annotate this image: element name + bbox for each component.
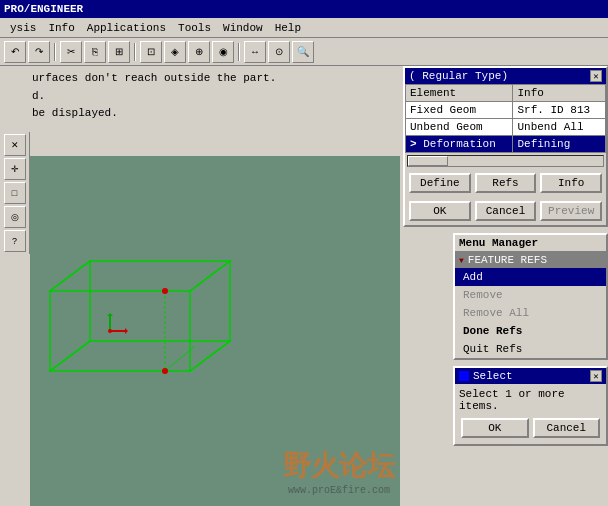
svg-marker-0 <box>50 341 230 371</box>
fixed-geom-info: Srf. ID 813 <box>513 102 606 119</box>
svg-point-6 <box>162 288 168 294</box>
preview-button[interactable]: Preview <box>540 201 602 221</box>
model-svg <box>30 231 290 431</box>
feature-refs-label: FEATURE REFS <box>468 254 547 266</box>
message-2: d. <box>32 88 392 106</box>
title-text: PRO/ENGINEER <box>4 3 83 15</box>
col-info: Info <box>513 85 606 102</box>
mm-done-refs-item[interactable]: Done Refs <box>455 322 606 340</box>
row-indicator: > <box>410 138 423 150</box>
mm-remove-all-item[interactable]: Remove All <box>455 304 606 322</box>
refs-button[interactable]: Refs <box>475 173 537 193</box>
message-area: urfaces don't reach outside the part. d.… <box>0 66 400 156</box>
left-panel: urfaces don't reach outside the part. d.… <box>0 66 400 506</box>
menu-bar: ysis Info Applications Tools Window Help <box>0 18 608 38</box>
col-element: Element <box>406 85 513 102</box>
paste-button[interactable]: ⊞ <box>108 41 130 63</box>
view-button-1[interactable]: ⊡ <box>140 41 162 63</box>
separator-1 <box>54 43 56 61</box>
svg-point-7 <box>162 368 168 374</box>
regular-type-close-button[interactable]: ✕ <box>590 70 602 82</box>
menu-ysis[interactable]: ysis <box>4 20 42 36</box>
deformation-label: > Deformation <box>406 136 513 153</box>
viewport[interactable]: 野火论坛 www.proE&fire.com <box>30 156 400 506</box>
select-buttons: OK Cancel <box>459 416 602 440</box>
view-tool-button[interactable]: □ <box>4 182 26 204</box>
select-tool-button[interactable]: ✕ <box>4 134 26 156</box>
svg-marker-11 <box>107 313 113 316</box>
view-button-2[interactable]: ◈ <box>164 41 186 63</box>
message-1: urfaces don't reach outside the part. <box>32 70 392 88</box>
orient-button[interactable]: ↔ <box>244 41 266 63</box>
mm-remove-item[interactable]: Remove <box>455 286 606 304</box>
table-row-deformation[interactable]: > Deformation Defining <box>406 136 606 153</box>
side-toolbar: ✕ ✛ □ ◎ ? <box>0 132 30 254</box>
unbend-geom-info: Unbend All <box>513 119 606 136</box>
feature-refs-header: ▼ FEATURE REFS <box>455 252 606 268</box>
select-dialog-title: Select <box>473 370 513 382</box>
table-row-unbend[interactable]: Unbend Geom Unbend All <box>406 119 606 136</box>
deformation-info: Defining <box>513 136 606 153</box>
menu-manager-panel: Menu Manager ▼ FEATURE REFS Add Remove R… <box>453 233 608 360</box>
watermark-url: www.proE&fire.com <box>283 485 395 496</box>
sketch-tool-button[interactable]: ✛ <box>4 158 26 180</box>
dialog-buttons-row2: OK Cancel Preview <box>405 197 606 225</box>
copy-button[interactable]: ⎘ <box>84 41 106 63</box>
search-button[interactable]: 🔍 <box>292 41 314 63</box>
cancel-button[interactable]: Cancel <box>475 201 537 221</box>
menu-tools[interactable]: Tools <box>172 20 217 36</box>
select-content: Select 1 or more items. OK Cancel <box>455 384 606 444</box>
menu-info[interactable]: Info <box>42 20 80 36</box>
triangle-icon: ▼ <box>459 256 464 265</box>
regular-type-title: ( Regular Type) <box>409 70 508 82</box>
zoom-button[interactable]: ⊙ <box>268 41 290 63</box>
right-panels: ( Regular Type) ✕ Element Info Fixed Geo… <box>403 66 608 446</box>
watermark: 野火论坛 www.proE&fire.com <box>283 447 395 496</box>
select-dialog: Select ✕ Select 1 or more items. OK Canc… <box>453 366 608 446</box>
svg-marker-1 <box>50 261 230 291</box>
separator-3 <box>238 43 240 61</box>
svg-point-12 <box>108 329 112 333</box>
svg-marker-9 <box>125 328 128 334</box>
message-3: be displayed. <box>32 105 392 123</box>
main-area: ✕ ✛ □ ◎ ? urfaces don't reach outside th… <box>0 66 608 506</box>
scrollbar-thumb[interactable] <box>408 156 448 166</box>
dialog-buttons-row1: Define Refs Info <box>405 169 606 197</box>
redo-button[interactable]: ↷ <box>28 41 50 63</box>
separator-2 <box>134 43 136 61</box>
info-button[interactable]: Info <box>540 173 602 193</box>
unbend-geom-label: Unbend Geom <box>406 119 513 136</box>
help-tool-button[interactable]: ? <box>4 230 26 252</box>
mm-quit-refs-item[interactable]: Quit Refs <box>455 340 606 358</box>
select-dialog-titlebar: Select ✕ <box>455 368 606 384</box>
ok-button[interactable]: OK <box>409 201 471 221</box>
title-bar: PRO/ENGINEER <box>0 0 608 18</box>
cut-button[interactable]: ✂ <box>60 41 82 63</box>
horizontal-scrollbar[interactable] <box>407 155 604 167</box>
regular-type-dialog: ( Regular Type) ✕ Element Info Fixed Geo… <box>403 66 608 227</box>
define-button[interactable]: Define <box>409 173 471 193</box>
menu-applications[interactable]: Applications <box>81 20 172 36</box>
fixed-geom-label: Fixed Geom <box>406 102 513 119</box>
main-toolbar: ↶ ↷ ✂ ⎘ ⊞ ⊡ ◈ ⊕ ◉ ↔ ⊙ 🔍 <box>0 38 608 66</box>
datum-tool-button[interactable]: ◎ <box>4 206 26 228</box>
menu-help[interactable]: Help <box>269 20 307 36</box>
mm-add-item[interactable]: Add <box>455 268 606 286</box>
select-ok-button[interactable]: OK <box>461 418 529 438</box>
view-button-3[interactable]: ⊕ <box>188 41 210 63</box>
view-button-4[interactable]: ◉ <box>212 41 234 63</box>
select-dialog-close-button[interactable]: ✕ <box>590 370 602 382</box>
svg-marker-3 <box>190 261 230 371</box>
svg-marker-2 <box>50 261 90 371</box>
watermark-logo: 野火论坛 <box>283 447 395 485</box>
select-cancel-button[interactable]: Cancel <box>533 418 601 438</box>
menu-window[interactable]: Window <box>217 20 269 36</box>
select-message: Select 1 or more items. <box>459 388 602 412</box>
element-table: Element Info Fixed Geom Srf. ID 813 Unbe… <box>405 84 606 153</box>
undo-button[interactable]: ↶ <box>4 41 26 63</box>
menu-manager-title-text: Menu Manager <box>459 237 538 249</box>
menu-manager-title: Menu Manager <box>455 235 606 252</box>
table-row-fixed[interactable]: Fixed Geom Srf. ID 813 <box>406 102 606 119</box>
select-icon <box>459 371 469 381</box>
regular-type-titlebar: ( Regular Type) ✕ <box>405 68 606 84</box>
